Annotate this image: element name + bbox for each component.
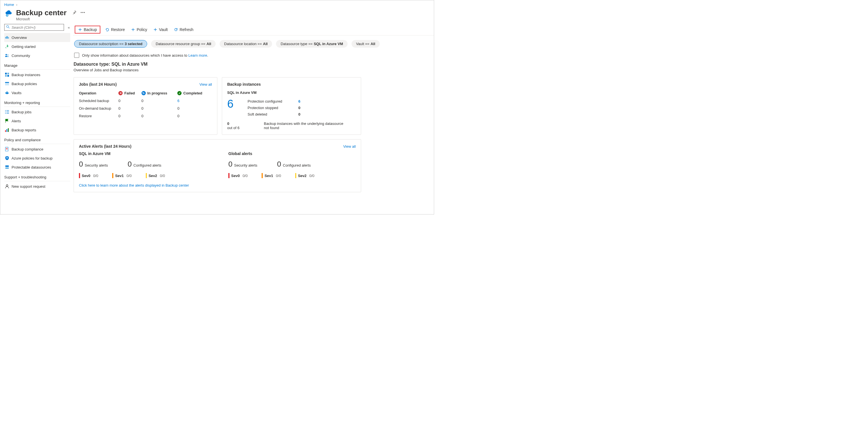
compliance-icon [5, 147, 9, 151]
alerts-card: Active Alerts (last 24 Hours) View all S… [73, 139, 361, 192]
alerts-card-title: Active Alerts (last 24 Hours) [79, 144, 131, 149]
access-checkbox[interactable] [74, 53, 79, 58]
alerts-learn-more-link[interactable]: Click here to learn more about the alert… [79, 183, 189, 187]
kv-value-link[interactable]: 6 [298, 99, 310, 103]
sev2: Sev20/0 [295, 173, 314, 178]
sidebar-item-getting-started[interactable]: Getting started [4, 42, 70, 51]
sev1: Sev10/0 [112, 173, 131, 178]
filter-value: All [370, 42, 375, 46]
learn-more-link[interactable]: Learn more [188, 53, 207, 58]
foot-left-sub: out of 6 [227, 126, 250, 130]
svg-point-1 [6, 25, 8, 27]
sidebar-item-vaults[interactable]: Vaults [4, 88, 70, 97]
section-subtitle: Overview of Jobs and Backup instances [73, 67, 432, 72]
sidebar-item-community[interactable]: Community [4, 51, 70, 60]
sidebar-item-backup-instances[interactable]: Backup instances [4, 70, 70, 79]
nav-group-support: Support + troubleshooting [4, 172, 73, 180]
cell-op: Scheduled backup [79, 97, 118, 104]
cell-completed-link[interactable]: 6 [177, 99, 179, 103]
sidebar-item-label: Protectable datasources [11, 165, 51, 170]
filter-resource-group[interactable]: Datasource resource group == All [151, 40, 216, 48]
vault-button[interactable]: Vault [151, 26, 170, 34]
toolbar: Backup Restore Policy Vault Refresh [73, 24, 434, 35]
security-alerts: 0Security alerts [228, 160, 257, 168]
filter-vault[interactable]: Vault == All [351, 40, 380, 48]
chevron-right-icon: › [16, 3, 17, 7]
sidebar-item-label: Community [11, 54, 30, 58]
svg-rect-12 [5, 130, 6, 132]
kv-value: 0 [298, 106, 310, 110]
sidebar-item-backup-policies[interactable]: Backup policies [4, 79, 70, 88]
in-progress-icon: ↻ [142, 91, 146, 95]
sev0: Sev00/0 [79, 173, 98, 178]
completed-icon: ✓ [177, 91, 182, 95]
filter-value: All [206, 42, 211, 46]
sidebar-item-protectable[interactable]: Protectable datasources [4, 163, 70, 172]
sidebar-item-label: Backup policies [11, 82, 37, 86]
policy-button[interactable]: Policy [128, 26, 150, 34]
sidebar-item-backup-reports[interactable]: Backup reports [4, 125, 70, 134]
backup-center-icon [4, 8, 13, 18]
sidebar-item-label: Azure policies for backup [11, 156, 53, 160]
svg-rect-17 [5, 165, 9, 167]
search-input-wrapper[interactable] [4, 24, 64, 31]
sev0: Sev00/0 [228, 173, 248, 178]
restore-button[interactable]: Restore [103, 26, 128, 34]
toolbar-label: Policy [137, 27, 147, 32]
cell-inprog: 0 [142, 104, 178, 112]
svg-rect-10 [5, 83, 9, 85]
sidebar-item-backup-jobs[interactable]: Backup jobs [4, 108, 70, 116]
cell-failed: 0 [118, 104, 142, 112]
list-icon [5, 110, 9, 114]
table-row: On-demand backup 0 0 0 [79, 104, 212, 112]
backup-button[interactable]: Backup [75, 26, 100, 34]
sidebar-item-new-support[interactable]: New support request [4, 182, 70, 191]
cell-failed: 0 [118, 112, 142, 120]
svg-rect-5 [5, 73, 7, 74]
chart-icon [5, 128, 9, 132]
configured-alerts: 0Configured alerts [277, 160, 311, 168]
svg-line-2 [8, 27, 9, 28]
kv-configured: Protection configured 6 [248, 99, 310, 103]
sidebar-item-label: Overview [11, 35, 27, 40]
col-in-progress: ↻In progress [142, 89, 178, 97]
col-completed: ✓Completed [177, 89, 212, 97]
kv-value: 0 [298, 112, 310, 116]
divider [4, 181, 70, 181]
filter-label: Datasource subscription == [79, 42, 123, 46]
collapse-sidebar-icon[interactable]: « [66, 25, 71, 30]
kv-stopped: Protection stopped 0 [248, 106, 310, 110]
pin-icon[interactable] [72, 10, 77, 14]
instances-foot-right: Backup instances with the underlying dat… [264, 121, 348, 130]
filter-type[interactable]: Datasource type == SQL in Azure VM [276, 40, 347, 48]
filter-subscription[interactable]: Datasource subscription == 3 selected [74, 40, 147, 48]
breadcrumb-home[interactable]: Home [4, 3, 14, 7]
page-title: Backup center [16, 8, 66, 17]
cell-completed: 0 [177, 104, 212, 112]
cloud-icon [5, 35, 9, 40]
failed-icon: ✕ [118, 91, 123, 95]
sidebar-item-azure-policies[interactable]: Azure policies for backup [4, 154, 70, 163]
refresh-button[interactable]: Refresh [171, 26, 196, 34]
grid-icon [5, 72, 9, 77]
nav-group-policy: Policy and compliance [4, 134, 73, 143]
alerts-view-all-link[interactable]: View all [343, 144, 356, 149]
calendar-icon [5, 82, 9, 86]
plus-icon [153, 28, 157, 32]
nav-group-manage: Manage [4, 60, 73, 69]
sidebar-item-backup-compliance[interactable]: Backup compliance [4, 145, 70, 154]
search-input[interactable] [11, 25, 62, 30]
flag-icon [5, 119, 9, 123]
sidebar-item-label: Alerts [11, 119, 21, 123]
filter-location[interactable]: Datasource location == All [220, 40, 272, 48]
refresh-icon [174, 28, 178, 32]
jobs-view-all-link[interactable]: View all [199, 82, 212, 87]
sidebar-item-alerts[interactable]: Alerts [4, 116, 70, 125]
more-icon[interactable]: ••• [81, 10, 85, 14]
filter-label: Datasource type == [280, 42, 312, 46]
svg-point-4 [7, 54, 8, 56]
instances-big-number[interactable]: 6 [227, 97, 234, 116]
svg-rect-8 [7, 75, 9, 77]
sidebar-item-overview[interactable]: Overview [4, 33, 70, 42]
table-row: Restore 0 0 0 [79, 112, 212, 120]
